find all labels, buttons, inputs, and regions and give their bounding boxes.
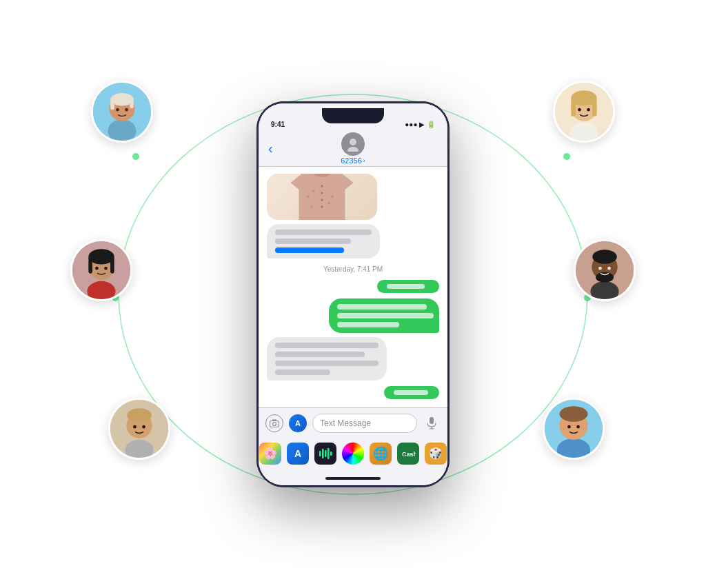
svg-point-59 (327, 202, 330, 205)
svg-point-14 (125, 108, 128, 111)
appstore-button[interactable]: A (289, 414, 307, 432)
svg-rect-71 (330, 452, 332, 456)
svg-rect-63 (272, 419, 276, 421)
timestamp: Yesterday, 7:41 PM (267, 265, 439, 273)
svg-point-62 (273, 422, 276, 425)
svg-point-13 (116, 108, 119, 111)
svg-point-57 (312, 190, 315, 192)
avatar-middle-left-face (72, 241, 130, 299)
outgoing-final-line (394, 390, 428, 395)
svg-rect-11 (110, 99, 114, 110)
svg-point-40 (592, 250, 616, 264)
avatar-bottom-right-face (545, 400, 603, 458)
dock-color[interactable] (342, 443, 364, 465)
input-area: A Text Message (259, 407, 447, 438)
mic-button[interactable] (423, 414, 441, 432)
svg-point-43 (607, 266, 611, 270)
dock-photos[interactable]: 🌸 (259, 443, 281, 465)
bubble-line-2 (275, 239, 351, 244)
outgoing-bubble-1 (329, 298, 439, 333)
svg-rect-69 (325, 450, 327, 457)
svg-rect-20 (110, 256, 114, 273)
contact-number[interactable]: 62356 › (341, 156, 365, 165)
text-message-input[interactable]: Text Message (312, 414, 417, 433)
outgoing-line-3 (337, 322, 399, 327)
status-icons: ●●● ▶ 🔋 (405, 121, 435, 128)
svg-point-53 (321, 192, 323, 194)
svg-text:Cash: Cash (402, 451, 416, 458)
avatar-bottom-right (543, 398, 605, 460)
bubble-line-1 (275, 230, 372, 235)
svg-rect-70 (327, 448, 330, 459)
product-image-bubble (267, 174, 377, 220)
svg-point-58 (331, 195, 334, 198)
svg-point-55 (321, 206, 323, 208)
incoming-reply-line-2 (275, 352, 365, 357)
svg-point-26 (127, 408, 151, 423)
avatar-bottom-left (108, 398, 170, 460)
home-indicator (259, 472, 447, 485)
svg-point-54 (321, 199, 323, 201)
messages-header: ‹ 62356 › (259, 131, 447, 167)
svg-point-27 (133, 425, 137, 428)
avatar-top-right (553, 81, 615, 143)
camera-button[interactable] (265, 414, 283, 432)
svg-point-36 (587, 108, 590, 111)
svg-rect-67 (319, 451, 321, 456)
svg-point-1 (132, 153, 139, 160)
phone: 9:41 ●●● ▶ 🔋 ‹ 62356 › (256, 101, 450, 487)
dock-appstore[interactable]: A (287, 443, 309, 465)
avatar-middle-left (70, 239, 132, 301)
bubble-line-blue-1 (275, 247, 344, 253)
svg-rect-61 (270, 420, 279, 427)
home-bar (325, 477, 381, 480)
svg-point-48 (567, 425, 571, 428)
app-dock: 🌸 A 🌐 (259, 438, 447, 472)
incoming-reply-line-3 (275, 361, 379, 366)
svg-point-47 (559, 406, 587, 421)
svg-point-16 (87, 281, 115, 301)
outgoing-bubble-small (377, 280, 439, 293)
incoming-reply-line-4 (275, 369, 330, 375)
phone-screen: 9:41 ●●● ▶ 🔋 ‹ 62356 › (259, 103, 447, 485)
back-button[interactable]: ‹ (268, 141, 273, 156)
svg-point-52 (321, 185, 323, 187)
incoming-reply-line-1 (275, 343, 379, 348)
outgoing-line-2 (337, 313, 434, 318)
dock-audio[interactable] (314, 443, 336, 465)
svg-point-30 (569, 122, 598, 142)
messages-area: Yesterday, 7:41 PM (259, 167, 447, 407)
svg-point-8 (108, 119, 136, 143)
shirt-image (267, 174, 377, 220)
contact-avatar (341, 132, 365, 156)
outgoing-line-small (387, 284, 425, 289)
incoming-bubble-2 (267, 337, 387, 381)
svg-point-4 (563, 153, 570, 160)
avatar-top-left (91, 81, 153, 143)
dock-cash[interactable]: Cash (397, 443, 419, 465)
svg-point-50 (350, 139, 356, 145)
svg-rect-34 (592, 98, 597, 116)
svg-point-51 (347, 147, 359, 152)
input-placeholder: Text Message (320, 418, 371, 428)
svg-point-24 (125, 439, 153, 459)
svg-rect-68 (322, 449, 324, 458)
svg-rect-12 (130, 99, 134, 108)
avatar-bottom-left-face (110, 400, 168, 458)
svg-rect-33 (571, 98, 576, 116)
svg-point-38 (590, 281, 618, 301)
svg-rect-19 (88, 256, 92, 273)
avatar-top-left-face (93, 83, 151, 141)
outgoing-bubble-final (384, 386, 439, 399)
avatar-middle-right-face (576, 241, 634, 299)
svg-point-21 (95, 266, 99, 270)
svg-point-35 (578, 108, 581, 111)
svg-point-60 (310, 205, 313, 208)
dock-game[interactable]: 🎲 (425, 443, 447, 465)
chevron-right-icon: › (363, 157, 365, 164)
contact-number-text: 62356 (341, 156, 362, 165)
dock-globe[interactable]: 🌐 (370, 443, 392, 465)
svg-point-56 (307, 195, 310, 198)
svg-point-22 (104, 266, 108, 270)
svg-point-42 (598, 266, 602, 270)
